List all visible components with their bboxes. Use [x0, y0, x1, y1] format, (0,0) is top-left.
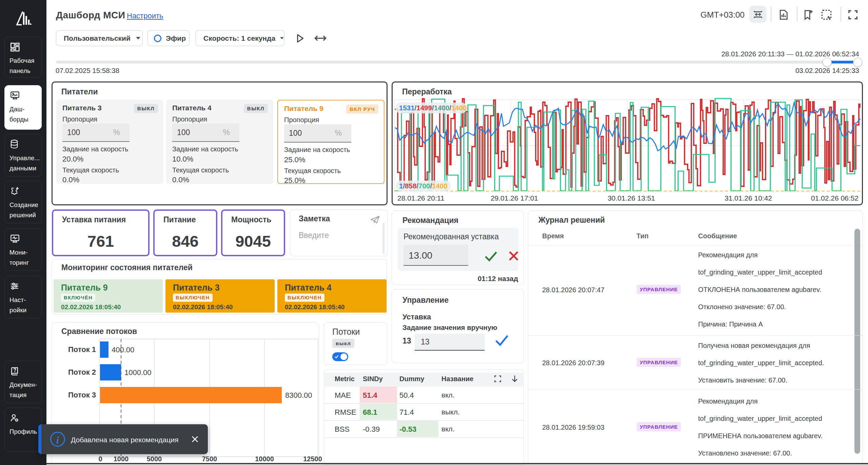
svg-text:Поток 2: Поток 2: [68, 368, 96, 376]
svg-text:1531/1499/1400/1400: 1531/1499/1400/1400: [399, 104, 467, 112]
svg-text:1/858/700/1400: 1/858/700/1400: [399, 182, 448, 190]
svg-text:Поток 3: Поток 3: [68, 391, 96, 399]
svg-text:400.00: 400.00: [112, 346, 134, 354]
svg-text:Поток 1: Поток 1: [68, 345, 96, 354]
svg-text:1000.00: 1000.00: [124, 368, 152, 377]
svg-text:8300.00: 8300.00: [285, 391, 312, 399]
